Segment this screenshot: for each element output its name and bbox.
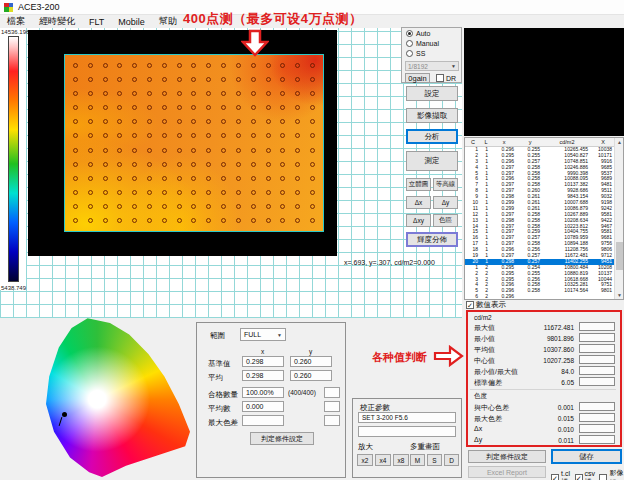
dr-checkbox-box[interactable] <box>436 74 444 82</box>
measurement-point <box>117 162 122 167</box>
measurement-point <box>236 77 241 82</box>
calibration-value-field[interactable]: SET 3-200 F5.6 <box>358 412 456 423</box>
luminance-distribution-button[interactable]: 輝度分佈 <box>406 232 458 247</box>
measurement-point <box>310 133 315 138</box>
dr-checkbox[interactable]: DR <box>436 74 456 82</box>
measurement-point <box>251 119 256 124</box>
menu-item-檔案[interactable]: 檔案 <box>0 15 32 28</box>
multi-D-button[interactable]: D <box>444 454 459 466</box>
delta-y-button[interactable]: Δy <box>433 196 458 209</box>
radio-manual[interactable] <box>406 40 413 47</box>
scroll-up-icon[interactable]: ▲ <box>615 138 624 146</box>
measurement-table[interactable]: CLxycd/m2X 110.2960.25510265.45510038210… <box>464 137 624 300</box>
values-display-checkbox[interactable]: ✓ 數值表示 <box>466 300 506 310</box>
capture-mode-auto[interactable]: Auto <box>406 30 430 37</box>
multi-S-button[interactable]: S <box>427 454 442 466</box>
measurement-point <box>88 133 93 138</box>
values-checkbox-label: 數值表示 <box>476 300 506 310</box>
settings-button[interactable]: 設定 <box>406 86 458 101</box>
measurement-point <box>177 63 182 68</box>
measurement-point <box>221 133 226 138</box>
measurement-point <box>88 77 93 82</box>
annotation-point-count: 400点测（最多可设4万点测） <box>183 10 362 28</box>
radio-ss[interactable] <box>406 50 413 57</box>
capture-mode-ss[interactable]: SS <box>406 50 425 57</box>
measurement-point <box>147 204 152 209</box>
zero-gain-button[interactable]: 0gain <box>405 73 430 83</box>
menu-item-經時變化[interactable]: 經時變化 <box>32 15 82 28</box>
judgment-settings-button[interactable]: 判定條件設定 <box>250 432 314 445</box>
color-zone-button[interactable]: 色區 <box>433 214 458 227</box>
app-icon <box>4 3 13 12</box>
measurement-point <box>73 176 78 181</box>
menu-item-Mobile[interactable]: Mobile <box>111 17 152 27</box>
max-color-diff-label: 最大色差 <box>208 418 238 428</box>
colorbar-min-label: 5438.749 <box>1 285 26 291</box>
measurement-point <box>162 204 167 209</box>
zoom-x2-button[interactable]: x2 <box>357 454 373 466</box>
measurement-point <box>206 63 211 68</box>
measurement-point <box>206 176 211 181</box>
table-scrollbar[interactable]: ▲ ▼ <box>614 138 623 299</box>
measurement-point <box>132 162 137 167</box>
measurement-point <box>280 162 285 167</box>
measurement-point <box>310 204 315 209</box>
values-checkbox-box[interactable]: ✓ <box>466 301 474 309</box>
contour-button[interactable]: 等高線 <box>433 178 458 191</box>
table-body[interactable]: 110.2960.25510265.45510038210.2950.25510… <box>465 147 623 300</box>
measurement-point <box>177 218 182 223</box>
view3d-button[interactable]: 立體圖 <box>406 178 431 191</box>
measurement-point <box>103 176 108 181</box>
zoom-x8-button[interactable]: x8 <box>393 454 409 466</box>
menu-item-FLT[interactable]: FLT <box>82 17 111 27</box>
measurement-point <box>117 148 122 153</box>
footer-judgment-settings-button[interactable]: 判定條件設定 <box>468 450 546 463</box>
measurement-point <box>221 204 226 209</box>
shutter-select[interactable]: 1/8192 ▼ <box>405 61 459 71</box>
measurement-point <box>132 63 137 68</box>
reference-y-field[interactable]: 0.260 <box>290 356 332 367</box>
measurement-point <box>206 204 211 209</box>
measurement-point <box>147 77 152 82</box>
average-number-field[interactable]: 0.000 <box>242 401 284 412</box>
max-color-diff-field[interactable] <box>242 415 284 426</box>
excel-report-button[interactable]: Excel Report <box>468 466 546 478</box>
measurement-point <box>206 190 211 195</box>
pass-percent-field[interactable]: 100.00% <box>242 387 284 398</box>
zoom-x4-button[interactable]: x4 <box>375 454 391 466</box>
measure-button[interactable]: 測定 <box>406 151 458 171</box>
column-x-label: x <box>261 348 264 355</box>
measurement-point <box>147 218 152 223</box>
capture-mode-manual[interactable]: Manual <box>406 40 439 47</box>
checkbox-t.cl檔[interactable]: ✓ <box>551 474 559 480</box>
checkbox-影像檔[interactable] <box>599 474 607 480</box>
multi-M-button[interactable]: M <box>410 454 425 466</box>
menu-item-幫助[interactable]: 幫助 <box>152 15 184 28</box>
pass-count-label: 合格數量 <box>208 390 238 400</box>
window-title: ACE3-200 <box>18 2 60 12</box>
range-select[interactable]: FULL ▼ <box>240 328 286 341</box>
scroll-down-icon[interactable]: ▼ <box>615 291 624 299</box>
delta-xy-button[interactable]: Δxy <box>406 214 431 227</box>
stat-lum-row: 最小值/最大值84.0 <box>470 366 618 377</box>
delta-x-button[interactable]: Δx <box>406 196 431 209</box>
stat-chroma-judge-box <box>579 413 615 422</box>
export-check-影像檔[interactable]: 影像檔 <box>599 468 624 480</box>
reference-x-field[interactable]: 0.298 <box>242 356 284 367</box>
radio-auto[interactable] <box>406 30 413 37</box>
measurement-point <box>191 77 196 82</box>
measurement-point <box>206 91 211 96</box>
average-y-field[interactable]: 0.260 <box>290 370 332 381</box>
calibration-value2-field[interactable] <box>358 426 456 437</box>
export-check-t.cl檔[interactable]: ✓t.cl檔 <box>551 470 572 480</box>
scrollbar-thumb[interactable] <box>616 242 623 270</box>
save-button[interactable]: 儲存 <box>551 449 622 464</box>
average-x-field[interactable]: 0.298 <box>242 370 284 381</box>
measurement-point <box>103 190 108 195</box>
stat-lum-label: 標準偏差 <box>474 378 502 388</box>
measurement-display[interactable] <box>28 30 337 256</box>
capture-button[interactable]: 影像擷取 <box>406 108 458 123</box>
export-check-csv檔[interactable]: ✓csv檔 <box>575 470 597 480</box>
analyze-button[interactable]: 分析 <box>406 129 458 144</box>
checkbox-csv檔[interactable]: ✓ <box>575 474 583 480</box>
